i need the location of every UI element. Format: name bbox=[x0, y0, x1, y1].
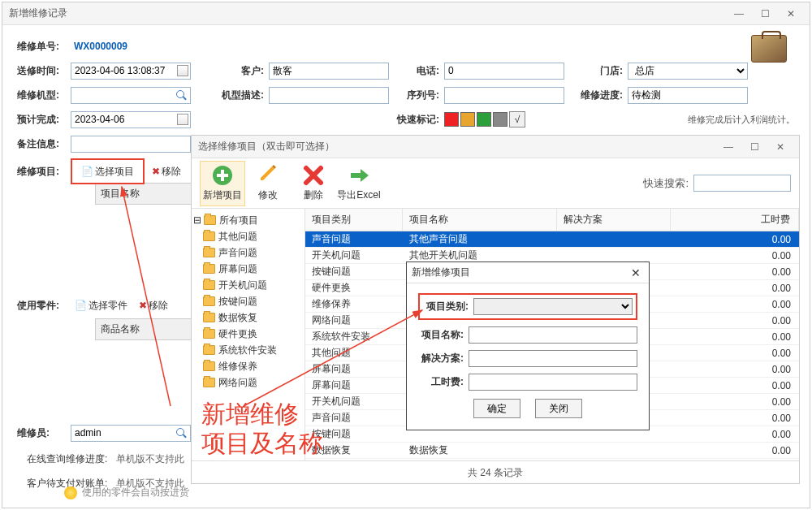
tree-item[interactable]: 网络问题 bbox=[192, 374, 304, 391]
repair-items-label: 维修项目: bbox=[17, 165, 71, 179]
tree-item[interactable]: 数据恢复 bbox=[192, 309, 304, 326]
export-excel-button[interactable]: 导出Excel bbox=[336, 161, 382, 206]
table-row[interactable]: 数据恢复数据恢复0.00 bbox=[305, 443, 799, 459]
remark-input[interactable] bbox=[71, 136, 191, 153]
bottom-note: 使用的零件会自动按进货 bbox=[64, 486, 189, 499]
sel-close-button[interactable]: ✕ bbox=[768, 138, 793, 156]
add-titlebar: 新增维修项目 ✕ bbox=[407, 262, 649, 283]
tree-item[interactable]: 按键问题 bbox=[192, 293, 304, 309]
select-part-button[interactable]: 📄选择零件 bbox=[71, 297, 132, 313]
toolbox-icon bbox=[751, 35, 787, 63]
maximize-button[interactable]: ☐ bbox=[753, 5, 777, 23]
quickmark-label: 快速标记: bbox=[386, 113, 444, 127]
x-icon bbox=[302, 164, 325, 187]
quick-search-input[interactable] bbox=[693, 175, 791, 192]
progress-input[interactable] bbox=[628, 87, 748, 104]
mark-orange[interactable] bbox=[460, 112, 475, 127]
tree-item[interactable]: 其他问题 bbox=[192, 228, 304, 244]
mark-red[interactable] bbox=[444, 112, 459, 127]
solution-label: 解决方案: bbox=[418, 352, 469, 365]
name-label: 项目名称: bbox=[418, 328, 469, 342]
est-input[interactable] bbox=[71, 111, 191, 128]
record-count: 共 24 条记录 bbox=[192, 460, 799, 485]
tree-item[interactable]: 维修保养 bbox=[192, 358, 304, 374]
est-label: 预计完成: bbox=[17, 113, 71, 127]
folder-icon bbox=[203, 313, 215, 322]
progress-label: 维修进度: bbox=[574, 89, 628, 102]
tree-item[interactable]: 系统软件安装 bbox=[192, 342, 304, 358]
col-category[interactable]: 项目类别 bbox=[305, 209, 403, 231]
folder-icon bbox=[203, 280, 215, 290]
store-select[interactable]: 总店 bbox=[628, 63, 748, 80]
remove-part-button[interactable]: ✖移除 bbox=[135, 297, 172, 313]
quick-search-label: 快速搜索: bbox=[643, 176, 689, 191]
sel-maximize-button[interactable]: ☐ bbox=[742, 138, 767, 156]
staff-input[interactable] bbox=[71, 425, 191, 442]
sel-minimize-button[interactable]: — bbox=[716, 138, 741, 156]
folder-icon bbox=[204, 215, 216, 225]
order-no-label: 维修单号: bbox=[17, 40, 71, 54]
add-dialog: 新增维修项目 ✕ 项目类别: 项目名称: 解决方案: 工时费: 确定 关闭 bbox=[406, 261, 650, 430]
folder-icon bbox=[203, 378, 215, 387]
document-add-icon: 📄 bbox=[81, 166, 93, 177]
category-select[interactable] bbox=[473, 298, 633, 315]
folder-icon bbox=[203, 264, 215, 274]
search-icon[interactable] bbox=[175, 426, 189, 441]
tree-item[interactable]: 声音问题 bbox=[192, 244, 304, 261]
col-fee[interactable]: 工时费 bbox=[671, 209, 799, 231]
table-row[interactable]: 声音问题其他声音问题0.00 bbox=[305, 231, 799, 248]
select-title: 选择维修项目（双击即可选择） bbox=[198, 140, 716, 153]
minimize-button[interactable]: — bbox=[727, 5, 751, 23]
add-close-button[interactable]: ✕ bbox=[628, 265, 644, 281]
online-query-label: 在线查询维修进度: bbox=[27, 452, 116, 466]
model-label: 维修机型: bbox=[17, 89, 71, 102]
solution-input[interactable] bbox=[469, 350, 637, 367]
pencil-icon bbox=[257, 164, 279, 187]
send-time-input[interactable] bbox=[71, 63, 191, 80]
remove-icon: ✖ bbox=[139, 300, 147, 311]
new-item-button[interactable]: 新增项目 bbox=[200, 161, 245, 206]
close-button[interactable]: ✕ bbox=[779, 5, 803, 23]
stat-note: 维修完成后计入利润统计。 bbox=[688, 114, 795, 126]
tree-item[interactable]: 开关机问题 bbox=[192, 277, 304, 293]
select-item-button[interactable]: 📄选择项目 bbox=[77, 163, 138, 179]
remove-item-button[interactable]: ✖移除 bbox=[148, 163, 185, 179]
folder-icon bbox=[203, 329, 215, 339]
delete-button[interactable]: 删除 bbox=[291, 161, 336, 206]
phone-input[interactable] bbox=[444, 63, 564, 80]
plus-circle-icon bbox=[211, 164, 234, 187]
col-solution[interactable]: 解决方案 bbox=[557, 209, 671, 231]
calendar-icon[interactable] bbox=[177, 114, 188, 125]
customer-input[interactable] bbox=[269, 63, 389, 80]
tree-item[interactable]: 硬件更换 bbox=[192, 326, 304, 342]
calendar-icon[interactable] bbox=[177, 65, 188, 76]
search-icon[interactable] bbox=[175, 89, 189, 103]
model-desc-input[interactable] bbox=[269, 87, 389, 104]
customer-label: 客户: bbox=[230, 64, 269, 78]
mark-gray[interactable] bbox=[493, 112, 508, 127]
serial-label: 序列号: bbox=[405, 89, 444, 102]
remove-icon: ✖ bbox=[152, 166, 160, 177]
main-title: 新增维修记录 bbox=[9, 6, 727, 20]
fee-input[interactable] bbox=[469, 374, 637, 391]
store-label: 门店: bbox=[589, 64, 628, 78]
ok-button[interactable]: 确定 bbox=[473, 399, 520, 418]
table-row[interactable]: 开关机问题无故关机0.00 bbox=[305, 459, 799, 460]
tree-item[interactable]: 屏幕问题 bbox=[192, 261, 304, 277]
staff-label: 维修员: bbox=[17, 426, 71, 440]
col-name[interactable]: 项目名称 bbox=[403, 209, 557, 231]
remark-label: 备注信息: bbox=[17, 137, 71, 151]
mark-green[interactable] bbox=[477, 112, 491, 127]
send-time-label: 送修时间: bbox=[17, 64, 71, 78]
tree-root[interactable]: ⊟所有项目 bbox=[192, 212, 304, 228]
model-input[interactable] bbox=[71, 87, 191, 104]
serial-input[interactable] bbox=[444, 87, 564, 104]
folder-icon bbox=[203, 296, 215, 306]
folder-icon bbox=[203, 231, 215, 241]
name-input[interactable] bbox=[469, 326, 637, 344]
annotation-text: 新增维修 项目及名称 bbox=[201, 400, 323, 458]
mark-check-button[interactable]: √ bbox=[509, 111, 525, 128]
close-button[interactable]: 关闭 bbox=[535, 399, 582, 418]
edit-button[interactable]: 修改 bbox=[245, 161, 291, 206]
phone-label: 电话: bbox=[405, 64, 444, 78]
